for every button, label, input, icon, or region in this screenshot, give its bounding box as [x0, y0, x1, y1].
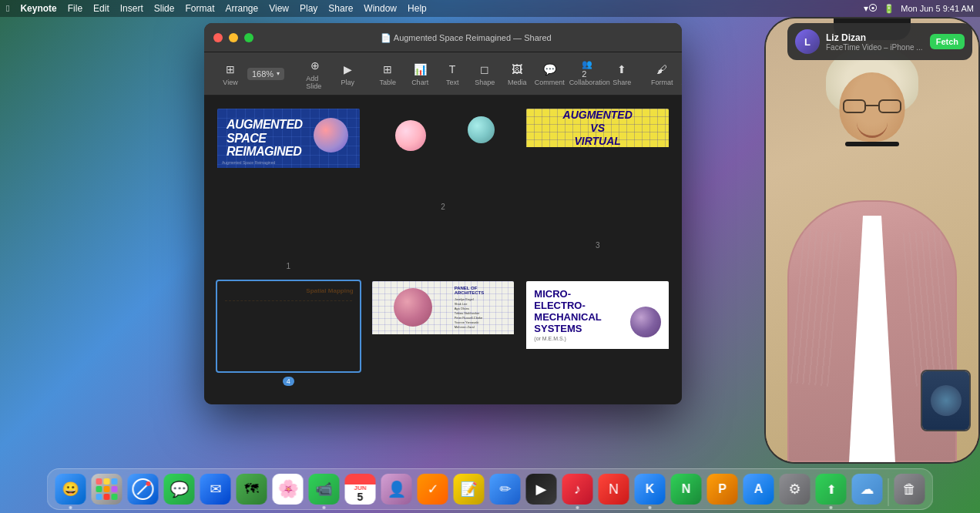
slide-thumb-2[interactable]: 2: [371, 107, 516, 270]
dock-item-safari[interactable]: [126, 472, 160, 506]
share-button[interactable]: ⬆ Share: [608, 59, 636, 89]
dock-item-keynote[interactable]: K: [633, 472, 667, 506]
slide-thumb-1[interactable]: AUGMENTEDSPACEREIMAGINED Augmented Space…: [216, 107, 361, 270]
play-label: Play: [341, 79, 354, 86]
zoom-chevron-icon: ▾: [277, 70, 280, 77]
shape-icon: ◻: [477, 62, 492, 77]
slide-menu[interactable]: Slide: [154, 3, 175, 14]
collaboration-button[interactable]: 👥 2 Collaboration: [576, 59, 603, 89]
file-menu[interactable]: File: [68, 3, 82, 14]
pip-frame: [921, 370, 971, 431]
dock-item-icloud[interactable]: ☁: [851, 472, 884, 506]
minimize-button[interactable]: [229, 33, 238, 42]
slide2-orb1: [395, 120, 426, 151]
apptransfer-dot: [830, 506, 833, 509]
slide1-title: AUGMENTEDSPACEREIMAGINED: [227, 118, 351, 159]
view-menu[interactable]: View: [269, 3, 289, 14]
maximize-button[interactable]: [244, 33, 253, 42]
format-button[interactable]: 🖌 Format: [648, 59, 676, 89]
music-dot: [576, 506, 579, 509]
dock-item-pages[interactable]: P: [706, 472, 740, 506]
photos-icon: 🌸: [273, 474, 304, 505]
slide-grid-area[interactable]: AUGMENTEDSPACEREIMAGINED Augmented Space…: [204, 96, 682, 404]
dock-item-news[interactable]: N: [597, 472, 631, 506]
dock-item-mail[interactable]: ✉: [199, 472, 233, 506]
share-label: Share: [612, 79, 631, 86]
slide-selected-badge: 4: [283, 377, 294, 386]
slide4-path: [225, 300, 352, 301]
dock-item-trash[interactable]: 🗑: [893, 472, 927, 506]
dock-item-numbers[interactable]: N: [670, 472, 703, 506]
dock-item-maps[interactable]: 🗺: [235, 472, 269, 506]
dock-item-reminders[interactable]: ✓: [416, 472, 450, 506]
arrange-menu[interactable]: Arrange: [225, 3, 258, 14]
add-slide-button[interactable]: ⊕ Add Slide: [301, 55, 329, 93]
share-menu[interactable]: Share: [328, 3, 353, 14]
format-menu[interactable]: Format: [185, 3, 214, 14]
dock-item-finder[interactable]: 😀: [54, 472, 88, 506]
help-menu[interactable]: Help: [408, 3, 427, 14]
close-button[interactable]: [213, 33, 223, 42]
app-name-menu[interactable]: Keynote: [20, 3, 56, 14]
pages-icon: P: [707, 474, 738, 505]
animate-button[interactable]: ✦ Animate: [680, 59, 682, 89]
dock-item-contacts[interactable]: 👤: [380, 472, 414, 506]
dock-item-notes[interactable]: 📝: [452, 472, 486, 506]
apptransfer-icon: ⬆: [816, 474, 847, 505]
facetime-avatar: L: [795, 29, 820, 54]
comment-label: Comment: [535, 79, 565, 86]
comment-button[interactable]: 💬 Comment: [535, 59, 563, 89]
view-button[interactable]: ⊞ View: [216, 59, 244, 89]
slide-thumb-inner-5: PANEL OFARCHITECTS Jocelyn Engel Shak Le…: [371, 280, 516, 404]
apple-menu[interactable]: : [6, 3, 9, 14]
dock-item-appstore[interactable]: A: [742, 472, 776, 506]
numbers-icon: N: [671, 474, 702, 505]
slide-thumb-5[interactable]: PANEL OFARCHITECTS Jocelyn Engel Shak Le…: [371, 280, 516, 404]
iphone-screen: [766, 18, 978, 462]
contacts-icon: 👤: [381, 474, 412, 505]
trash-icon: 🗑: [894, 474, 925, 505]
slide5-names: Jocelyn Engel Shak Lee Aga Olsins Tobias…: [455, 297, 510, 330]
dock-item-appletv[interactable]: ▶: [525, 472, 559, 506]
edit-menu[interactable]: Edit: [93, 3, 109, 14]
dock-item-freeform[interactable]: ✏: [488, 472, 522, 506]
facetime-fetch-button[interactable]: Fetch: [930, 34, 965, 49]
dock-item-calendar[interactable]: JUN 5: [344, 472, 378, 506]
dock-item-launchpad[interactable]: [90, 472, 124, 506]
text-button[interactable]: T Text: [438, 59, 466, 89]
keynote-window: 📄 Augmented Space Reimagined — Shared ⊞ …: [204, 23, 682, 404]
shape-button[interactable]: ◻ Shape: [471, 59, 498, 89]
dock-separator: [888, 478, 889, 506]
window-menu[interactable]: Window: [364, 3, 397, 14]
view-label: View: [223, 79, 237, 86]
slide-thumb-6[interactable]: Micro-Electro-MechanicalSystems (or M.E.…: [525, 280, 670, 404]
slide-number-1: 1: [216, 262, 361, 270]
shape-label: Shape: [475, 79, 495, 86]
messages-icon: 💬: [164, 474, 195, 505]
dock-item-photos[interactable]: 🌸: [271, 472, 305, 506]
dock-item-settings[interactable]: ⚙: [778, 472, 812, 506]
dock-item-messages[interactable]: 💬: [163, 472, 196, 506]
dock-item-facetime[interactable]: 📹: [307, 472, 341, 506]
launchpad-icon: [92, 474, 123, 505]
format-label: Format: [651, 79, 673, 86]
play-menu[interactable]: Play: [300, 3, 317, 14]
zoom-control[interactable]: 168% ▾: [247, 68, 284, 80]
play-button[interactable]: ▶ Play: [334, 59, 361, 89]
slide-number-4: 4: [216, 375, 361, 386]
finder-icon: 😀: [55, 474, 86, 505]
slide-thumb-4[interactable]: Spatial Mapping 4: [216, 280, 361, 404]
table-button[interactable]: ⊞ Table: [374, 59, 401, 89]
slide-grid: AUGMENTEDSPACEREIMAGINED Augmented Space…: [216, 107, 670, 404]
slide-thumb-3[interactable]: Augmented VS Virtual 3: [525, 107, 670, 270]
view-toolbar-group: ⊞ View 168% ▾: [212, 59, 289, 89]
dock-item-apptransfer[interactable]: ⬆: [814, 472, 848, 506]
slide-thumb-inner-4: Spatial Mapping: [216, 280, 361, 373]
calendar-icon: JUN 5: [345, 474, 376, 505]
facetime-caller-name: Liz Dizan: [826, 32, 924, 43]
insert-menu[interactable]: Insert: [120, 3, 143, 14]
dock-item-music[interactable]: ♪: [561, 472, 595, 506]
icloud-icon: ☁: [852, 474, 883, 505]
media-button[interactable]: 🖼 Media: [503, 59, 531, 89]
chart-button[interactable]: 📊 Chart: [406, 59, 434, 89]
